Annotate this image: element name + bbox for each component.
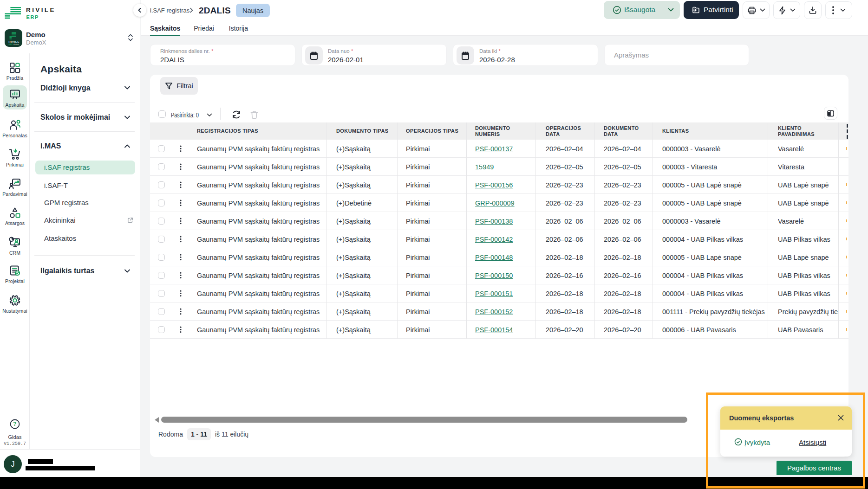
svg-text:ERP demo: ERP demo [9, 43, 20, 45]
svg-text:RIVILE: RIVILE [26, 6, 56, 13]
svg-text:ERP: ERP [26, 14, 39, 20]
svg-text:RIVILE: RIVILE [9, 40, 20, 43]
svg-text:?: ? [13, 421, 16, 427]
